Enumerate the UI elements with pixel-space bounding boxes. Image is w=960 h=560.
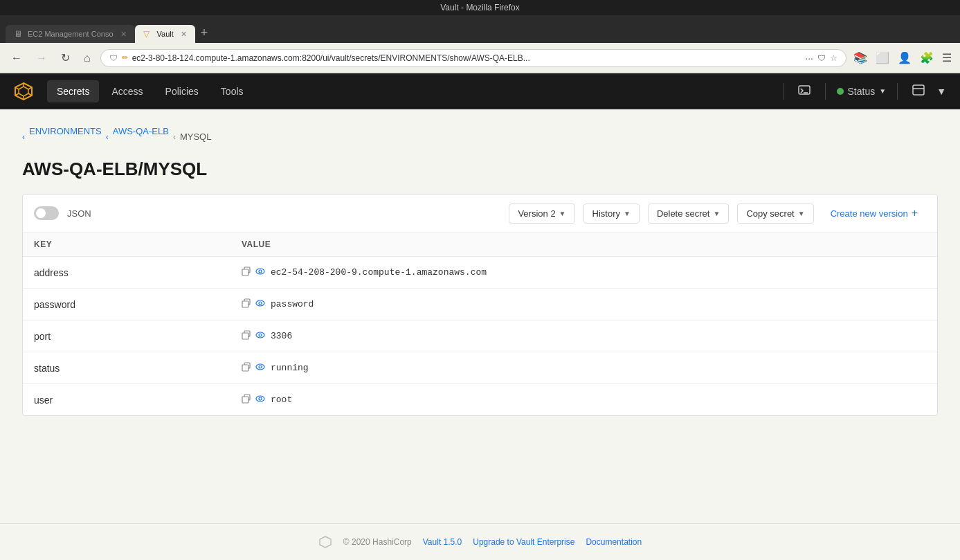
svg-point-16	[256, 300, 264, 306]
extensions-icon[interactable]: 🧩	[918, 50, 935, 66]
vault-logo	[11, 79, 36, 104]
copy-icon-password[interactable]	[242, 298, 251, 310]
table-header: Key Value	[23, 233, 937, 257]
more-options-icon[interactable]: ···	[805, 53, 813, 64]
nav-items: Secrets Access Policies Tools	[47, 80, 253, 102]
back-button[interactable]: ←	[7, 51, 26, 66]
eye-icon-status[interactable]	[255, 362, 265, 374]
eye-icon-user[interactable]	[255, 394, 265, 406]
nav-policies[interactable]: Policies	[156, 80, 208, 102]
svg-point-23	[259, 365, 262, 368]
breadcrumb-mysql: MYSQL	[180, 132, 212, 142]
copy-secret-button[interactable]: Copy secret ▼	[737, 204, 813, 224]
secret-toolbar: JSON Version 2 ▼ History ▼ Delete secret…	[23, 195, 937, 233]
history-button[interactable]: History ▼	[583, 204, 640, 224]
key-address: address	[34, 267, 242, 278]
nav-divider2	[825, 83, 826, 100]
key-port: port	[34, 331, 242, 342]
create-icon: +	[912, 207, 918, 219]
address-bar[interactable]: 🛡 ✏ ec2-3-80-18-124.compute-1.amazonaws.…	[100, 49, 846, 67]
table-row: user root	[23, 384, 937, 415]
copy-icon-status[interactable]	[242, 362, 251, 374]
table-row: port 3306	[23, 320, 937, 352]
version-chevron: ▼	[559, 210, 566, 217]
svg-point-13	[256, 269, 264, 274]
svg-point-17	[259, 302, 262, 305]
tab-close-ec2[interactable]: ✕	[120, 30, 127, 39]
table-row: password password	[23, 289, 937, 320]
value-cell-address: ec2-54-208-200-9.compute-1.amazonaws.com	[242, 267, 926, 278]
svg-rect-21	[242, 365, 248, 371]
breadcrumb-environments[interactable]: ENVIRONMENTS	[29, 126, 102, 136]
browser-tabs: 🖥 EC2 Management Conso ✕ ▽ Vault ✕ +	[0, 15, 960, 43]
nav-secrets[interactable]: Secrets	[47, 80, 99, 102]
copy-icon-user[interactable]	[242, 394, 251, 406]
tab-label-ec2: EC2 Management Conso	[28, 30, 114, 38]
copy-icon-port[interactable]	[242, 330, 251, 342]
tab-vault[interactable]: ▽ Vault ✕	[135, 25, 195, 43]
tab-ec2[interactable]: 🖥 EC2 Management Conso ✕	[6, 25, 135, 43]
value-icons-user	[242, 394, 265, 406]
status-button[interactable]: Status ▼	[837, 86, 887, 97]
eye-icon-address[interactable]	[255, 267, 265, 278]
footer-docs-link[interactable]: Documentation	[586, 537, 642, 547]
delete-secret-button[interactable]: Delete secret ▼	[648, 204, 730, 224]
value-cell-port: 3306	[242, 330, 926, 342]
tab-close-vault[interactable]: ✕	[181, 30, 187, 39]
json-toggle[interactable]	[34, 206, 59, 220]
version-button[interactable]: Version 2 ▼	[509, 204, 574, 224]
svg-rect-15	[242, 301, 248, 307]
create-label: Create new version	[831, 208, 908, 219]
key-password: password	[34, 299, 242, 310]
home-button[interactable]: ⌂	[80, 51, 95, 66]
breadcrumb-chevron-2: ‹	[173, 132, 176, 142]
nav-divider	[783, 83, 784, 100]
breadcrumb-chevron-0: ‹	[22, 132, 25, 142]
browser-title: Vault - Mozilla Firefox	[0, 0, 960, 15]
breadcrumb-aws-qa-elb[interactable]: AWS-QA-ELB	[113, 126, 169, 136]
value-cell-user: root	[242, 394, 926, 406]
forward-button[interactable]: →	[32, 51, 51, 66]
svg-point-19	[256, 332, 264, 338]
svg-point-22	[256, 364, 264, 370]
footer-upgrade-link[interactable]: Upgrade to Vault Enterprise	[473, 537, 574, 547]
profile-icon[interactable]: 👤	[896, 50, 913, 66]
value-status: running	[271, 363, 309, 373]
footer-logo	[318, 535, 332, 549]
key-user: user	[34, 395, 242, 406]
browser-toolbar-icons: 📚 ⬜ 👤 🧩 ☰	[852, 50, 953, 66]
svg-rect-10	[913, 85, 924, 95]
footer-version-link[interactable]: Vault 1.5.0	[423, 537, 462, 547]
bookmarks-icon[interactable]: 📚	[852, 50, 869, 66]
page-title: AWS-QA-ELB/MYSQL	[22, 159, 938, 180]
eye-icon-port[interactable]	[255, 330, 265, 342]
nav-tools[interactable]: Tools	[211, 80, 253, 102]
status-label: Status	[848, 86, 876, 97]
nav-right: Status ▼ ▼	[777, 80, 949, 102]
key-status: status	[34, 363, 242, 374]
copy-icon-address[interactable]	[242, 267, 251, 278]
svg-marker-1	[19, 87, 28, 96]
create-version-button[interactable]: Create new version +	[822, 203, 926, 224]
url-text: ec2-3-80-18-124.compute-1.amazonaws.com:…	[132, 53, 801, 63]
value-cell-password: password	[242, 298, 926, 310]
nav-access[interactable]: Access	[102, 80, 152, 102]
table-row: status running	[23, 352, 937, 384]
profile-nav-button[interactable]: ▼	[934, 83, 949, 100]
menu-icon[interactable]: ☰	[941, 50, 953, 66]
user-icon-button[interactable]	[909, 80, 928, 102]
reload-button[interactable]: ↻	[57, 50, 74, 66]
window-icon[interactable]: ⬜	[874, 50, 891, 66]
pencil-icon: ✏	[122, 53, 128, 62]
delete-label: Delete secret	[657, 208, 710, 219]
eye-icon-password[interactable]	[255, 298, 265, 310]
breadcrumb: ‹ ENVIRONMENTS ‹ AWS-QA-ELB ‹ MYSQL	[22, 126, 938, 147]
value-port: 3306	[271, 331, 292, 341]
nav-divider3	[897, 83, 898, 100]
svg-rect-24	[242, 397, 248, 403]
bookmark-icon[interactable]: ☆	[830, 53, 837, 63]
status-dot	[837, 88, 844, 95]
new-tab-button[interactable]: +	[195, 23, 214, 43]
key-header: Key	[34, 240, 242, 249]
console-icon-button[interactable]	[795, 80, 814, 102]
